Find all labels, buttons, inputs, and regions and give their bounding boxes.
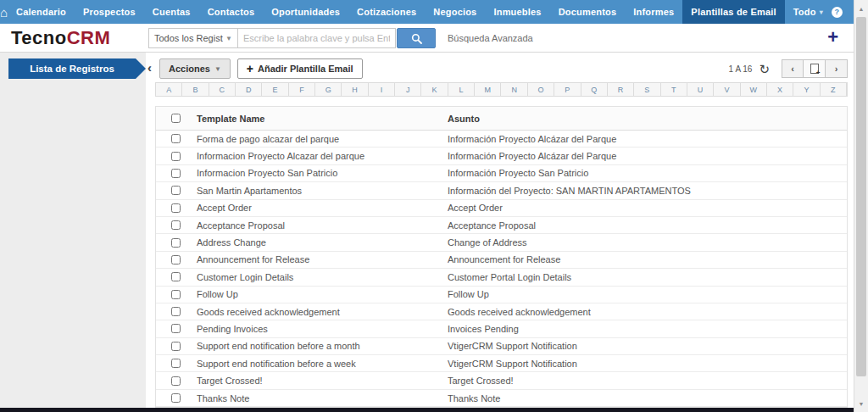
alphabet-letter[interactable]: M: [475, 83, 501, 96]
row-checkbox[interactable]: [171, 324, 181, 333]
prev-page-button[interactable]: ‹: [782, 59, 804, 78]
alphabet-letter[interactable]: L: [448, 83, 475, 96]
nav-item[interactable]: Oportunidades: [263, 0, 348, 24]
search-input[interactable]: [238, 28, 396, 48]
table-row[interactable]: Accept Order Accept Order: [156, 200, 847, 217]
alphabet-letter[interactable]: H: [342, 83, 368, 96]
row-checkbox[interactable]: [171, 203, 181, 213]
nav-item[interactable]: Contactos: [199, 0, 264, 24]
alphabet-letter[interactable]: X: [767, 83, 793, 96]
alphabet-letter[interactable]: Y: [793, 83, 820, 96]
goto-page-button[interactable]: [804, 59, 826, 78]
column-header-template-name[interactable]: Template Name: [195, 114, 448, 124]
nav-item[interactable]: Plantillas de Email: [682, 0, 784, 24]
table-row[interactable]: Target Crossed! Target Crossed!: [156, 372, 847, 389]
advanced-search-link[interactable]: Búsqueda Avanzada: [448, 33, 533, 43]
add-template-button[interactable]: + Añadir Plantilla Email: [237, 58, 363, 79]
nav-item[interactable]: Prospectos: [75, 0, 144, 24]
row-checkbox[interactable]: [171, 393, 181, 403]
top-navigation: ⌂ Calendario Prospectos Cuentas Contacto…: [0, 0, 854, 24]
app-logo[interactable]: TecnoCRM: [11, 27, 110, 49]
alphabet-letter[interactable]: O: [528, 83, 554, 96]
table-row[interactable]: Customer Login Details Customer Portal L…: [156, 269, 847, 286]
table-row[interactable]: Acceptance Proposal Acceptance Proposal: [156, 217, 847, 234]
bottom-bar: [0, 408, 854, 412]
table-row[interactable]: Announcement for Release Announcement fo…: [156, 252, 847, 269]
actions-button[interactable]: Acciones ▼: [159, 58, 231, 79]
row-checkbox[interactable]: [171, 255, 181, 264]
nav-item[interactable]: Todo ▾: [785, 0, 832, 24]
help-icon[interactable]: ?: [832, 7, 843, 18]
select-all-checkbox[interactable]: [171, 114, 181, 123]
alphabet-letter[interactable]: E: [262, 83, 288, 96]
column-header-asunto[interactable]: Asunto: [448, 114, 847, 124]
alphabet-letter[interactable]: C: [209, 83, 236, 96]
refresh-icon[interactable]: ↻: [759, 63, 770, 75]
alphabet-letter[interactable]: T: [661, 83, 687, 96]
vertical-scrollbar[interactable]: ▲ ▼: [854, 0, 868, 412]
row-checkbox[interactable]: [171, 359, 181, 368]
row-checkbox[interactable]: [171, 220, 181, 230]
alphabet-letter[interactable]: I: [369, 83, 395, 96]
alphabet-letter[interactable]: N: [501, 83, 527, 96]
scrollbar-thumb[interactable]: [856, 17, 866, 376]
row-checkbox[interactable]: [171, 186, 181, 195]
alphabet-letter[interactable]: Z: [821, 83, 847, 96]
nav-item-label: Inmuebles: [493, 7, 541, 17]
row-checkbox[interactable]: [171, 307, 181, 316]
nav-item[interactable]: Inmuebles: [485, 0, 549, 24]
quick-create-button[interactable]: +: [827, 25, 838, 49]
alphabet-letter[interactable]: J: [395, 83, 421, 96]
alphabet-letter[interactable]: D: [236, 83, 262, 96]
alphabet-letter[interactable]: V: [714, 83, 740, 96]
row-checkbox[interactable]: [171, 342, 181, 351]
table-row[interactable]: Forma de pago alcazar del parque Informa…: [156, 131, 847, 148]
alphabet-letter[interactable]: W: [741, 83, 767, 96]
alphabet-letter[interactable]: B: [182, 83, 209, 96]
alphabet-letter[interactable]: P: [554, 83, 581, 96]
table-row[interactable]: Informacion Proyecto San Patricio Inform…: [156, 165, 847, 182]
nav-item[interactable]: Documentos: [550, 0, 626, 24]
table-row[interactable]: Follow Up Follow Up: [156, 287, 847, 303]
search-button[interactable]: [397, 28, 436, 48]
nav-item[interactable]: Cuentas: [144, 0, 199, 24]
sidebar-collapse-icon[interactable]: ‹: [147, 62, 152, 74]
nav-item[interactable]: Negocios: [425, 0, 485, 24]
row-checkbox[interactable]: [171, 134, 181, 143]
cell-asunto: Acceptance Proposal: [448, 220, 847, 231]
alphabet-letter[interactable]: Q: [581, 83, 608, 96]
alphabet-letter[interactable]: R: [608, 83, 634, 96]
table-row[interactable]: Support end notification before a month …: [156, 338, 847, 355]
row-checkbox[interactable]: [171, 272, 181, 281]
alphabet-letter[interactable]: F: [289, 83, 315, 96]
nav-item[interactable]: Informes: [625, 0, 682, 24]
nav-item[interactable]: Cotizaciones: [348, 0, 425, 24]
home-icon[interactable]: ⌂: [0, 0, 8, 24]
table-row[interactable]: Goods received acknowledgement Goods rec…: [156, 303, 847, 320]
table-row[interactable]: Address Change Change of Address: [156, 234, 847, 251]
sidebar-item-lista-de-registros[interactable]: Lista de Registros: [8, 58, 136, 79]
scroll-up-icon[interactable]: ▲: [854, 2, 868, 15]
row-checkbox[interactable]: [171, 238, 181, 248]
scroll-down-icon[interactable]: ▼: [854, 397, 868, 410]
cell-asunto: Change of Address: [448, 237, 847, 248]
table-row[interactable]: Pending Invoices Invoices Pending: [156, 320, 847, 337]
alphabet-letter[interactable]: G: [315, 83, 342, 96]
row-checkbox[interactable]: [171, 169, 181, 178]
nav-item[interactable]: Calendario: [8, 0, 75, 24]
table-row[interactable]: Support end notification before a week V…: [156, 355, 847, 372]
table-row[interactable]: Informacion Proyecto Alcazar del parque …: [156, 148, 847, 164]
row-checkbox[interactable]: [171, 290, 181, 299]
search-scope-select[interactable]: Todos los Registr... ▼: [148, 28, 238, 48]
cell-template-name: Announcement for Release: [195, 254, 448, 264]
table-row[interactable]: Thanks Note Thanks Note: [156, 390, 847, 407]
alphabet-letter[interactable]: K: [421, 83, 448, 96]
alphabet-letter[interactable]: A: [156, 83, 182, 96]
alphabet-letter[interactable]: U: [687, 83, 714, 96]
table-row[interactable]: San Martin Apartamentos Información del …: [156, 182, 847, 199]
row-checkbox[interactable]: [171, 376, 181, 386]
alphabet-letter[interactable]: S: [634, 83, 660, 96]
nav-item-label: Todo: [793, 7, 816, 17]
next-page-button[interactable]: ›: [826, 59, 848, 78]
row-checkbox[interactable]: [171, 152, 181, 161]
